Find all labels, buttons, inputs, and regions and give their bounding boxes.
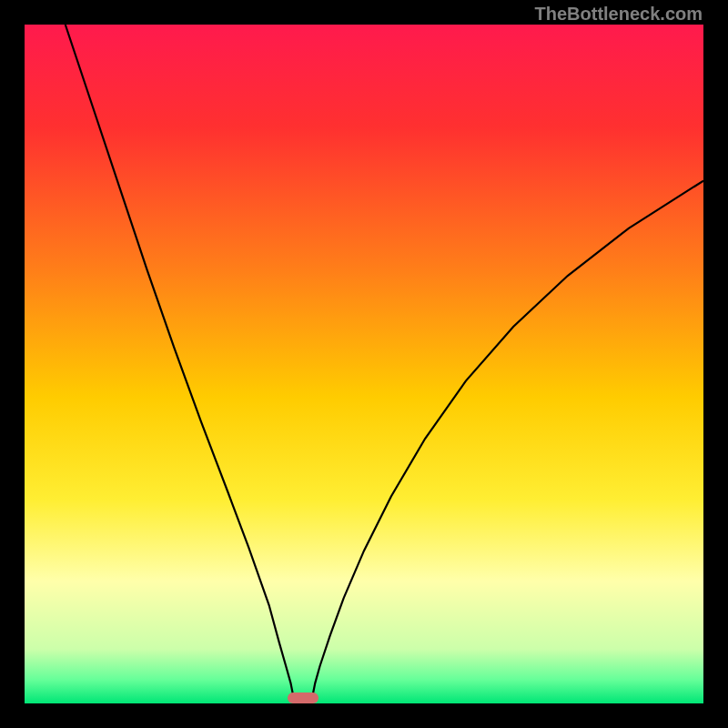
bottleneck-curve-right — [312, 181, 703, 697]
plot-area — [25, 25, 703, 703]
optimum-marker — [288, 693, 318, 703]
bottleneck-curve-left — [66, 25, 294, 697]
curve-layer — [25, 25, 703, 703]
watermark-text: TheBottleneck.com — [535, 4, 703, 25]
chart-container: TheBottleneck.com — [0, 0, 728, 728]
